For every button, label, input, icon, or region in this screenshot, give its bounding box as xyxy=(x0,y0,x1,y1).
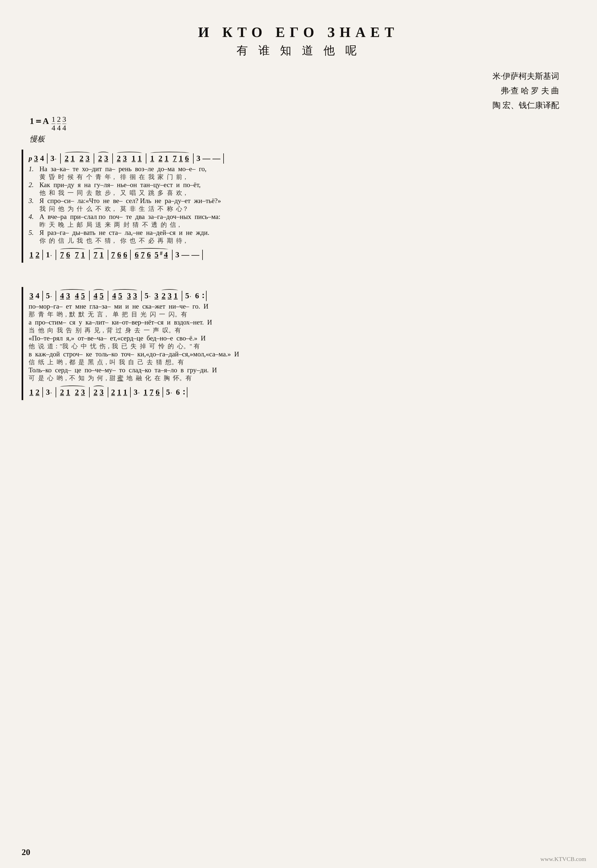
arc-231: 23 11 xyxy=(115,154,144,163)
verse-1-ru: 1. На за–ка– те хо–дит па– рень воз–ле д… xyxy=(29,165,575,173)
dash2: — xyxy=(212,154,221,163)
s2-verse-3-cn: 他 说 道："我 心 中 忧 伤，我 已 失 掉 可 怜 的 心。" 有 xyxy=(29,342,575,350)
arc-23-b: 23 xyxy=(92,388,105,397)
notes-row-1-bottom: 1 2 1· 76 7 1 71 7 6 6 6 76 xyxy=(29,248,575,261)
notes-row-2-bottom: 1 2 3· 21 2 3 23 2 1 1 3· 1 7 xyxy=(29,386,575,398)
meta-line2: 弗·查 哈 罗 夫 曲 xyxy=(22,83,559,98)
barline xyxy=(193,153,194,163)
barline xyxy=(47,153,48,163)
barline xyxy=(130,387,131,398)
barline xyxy=(89,387,90,398)
verse-3-ru: 3. Я спро–си– ла:«Что не ве– сел? Иль не… xyxy=(29,197,575,205)
lyrics-section-2: по–мор–га– ет мне гла–за– ми и не ска–же… xyxy=(29,303,575,382)
s2-verse-5-cn: 可 是 心 哟，不 知 为 何，甜 蜜 地 融 化 在 胸 怀。有 xyxy=(29,374,575,382)
arc-231-2: 231 xyxy=(160,291,180,300)
note-3-long: 3 xyxy=(196,154,201,163)
arc-45: 45 xyxy=(92,291,105,300)
notes-row-1-top: p 3 4 3· 21 2 3 23 23 xyxy=(29,152,575,164)
barline xyxy=(42,387,43,398)
s2-verse-5-ru: Толь–ко серд– це по–че–му– то слад–ко та… xyxy=(29,366,575,374)
arc-71: 71 xyxy=(92,250,105,259)
barline xyxy=(206,291,206,301)
note-3: 3 xyxy=(33,154,39,163)
arc-21-23: 21 2 3 xyxy=(63,154,92,163)
verse-3-cn: 我 问 他 为 什 么 不 欢， 莫 非 生 活 不 称 心？ xyxy=(39,205,575,213)
verse-5-cn: 你 的 信 儿 我 也 不 猜， 你 也 不 必 再 期 待， xyxy=(39,236,575,245)
tempo-marking: 1＝А xyxy=(30,115,49,127)
s2-verse-4-ru: в каж–дой строч– ке толь–ко точ– ки,«до–… xyxy=(29,350,575,358)
barline xyxy=(89,250,90,260)
barline xyxy=(112,153,113,163)
verse-5-ru: 5. Я раз–га– ды–вать не ста– ла,–не на–д… xyxy=(29,229,575,236)
dash1: — xyxy=(202,154,211,163)
time-sig-3: 34 xyxy=(62,115,66,132)
section-1: p 3 4 3· 21 2 3 23 23 xyxy=(22,150,575,263)
s2-verse-1-ru: по–мор–га– ет мне гла–за– ми и не ска–же… xyxy=(29,303,575,310)
time-sig-1: 14 xyxy=(52,115,55,132)
verse-4-ru: 4. А вче–ра при–слал по поч– те два за–г… xyxy=(29,213,575,221)
dynamic-p: p xyxy=(29,154,32,163)
barline xyxy=(56,291,56,301)
arc-4345: 43 4 5 xyxy=(58,291,87,300)
barline xyxy=(108,291,108,301)
verse-2-cn: 他 和 我 一 同 去 散 步， 又 唱 又 跳 多 喜 欢， xyxy=(39,189,575,197)
arc-7671: 76 7 1 xyxy=(58,250,87,259)
arc-23: 23 xyxy=(97,154,110,163)
note-3dot: 3· xyxy=(50,154,55,163)
andante-marking: 慢板 xyxy=(30,134,575,144)
barline xyxy=(163,387,163,398)
page-wrapper: И КТО ЕГО ЗНАЕТ 有 谁 知 道 他 呢 米·伊萨柯夫斯基词 弗·… xyxy=(22,24,575,400)
s2-verse-2-cn: 当 他 向 我 告 别 再 见，背 过 身 去 一 声 叹。有 xyxy=(29,326,575,334)
barline xyxy=(42,250,43,260)
meta-info: 米·伊萨柯夫斯基词 弗·查 哈 罗 夫 曲 陶 宏、钱仁康译配 xyxy=(22,69,575,113)
barline xyxy=(108,387,108,398)
barline xyxy=(56,387,56,398)
notes-row-2-top: 3 4 5· 43 4 5 45 45 33 5· xyxy=(29,289,575,301)
barline xyxy=(108,250,108,260)
barline xyxy=(223,153,224,163)
arc-2123: 21 2 3 xyxy=(58,388,87,397)
s2-verse-4-cn: 信 纸 上 哟，都 是 黑 点，叫 我 自 己 去 猜 想。有 xyxy=(29,358,575,366)
page-title: И КТО ЕГО ЗНАЕТ xyxy=(22,24,575,40)
barline xyxy=(146,153,146,163)
page-subtitle: 有 谁 知 道 他 呢 xyxy=(22,43,575,58)
barline xyxy=(130,250,131,260)
time-sig-2: 24 xyxy=(57,115,61,132)
meta-line1: 米·伊萨柯夫斯基词 xyxy=(22,69,559,83)
note-1: 1 xyxy=(29,250,34,259)
s2-verse-2-ru: а про–стим– ся у ка–лит– ки–от–вер–нёт–с… xyxy=(29,319,575,326)
verse-1-cn: 黄 昏 时 候 有 个 青 年， 徘 徊 在 我 家 门 前， xyxy=(39,173,575,181)
section-2: 3 4 5· 43 4 5 45 45 33 5· xyxy=(22,287,575,400)
section-spacer xyxy=(22,268,575,282)
note-4: 4 xyxy=(39,154,45,163)
arc-121716: 1 21 716 xyxy=(149,154,191,163)
barline xyxy=(94,153,94,163)
barline xyxy=(89,291,90,301)
barline xyxy=(141,291,142,301)
s2-verse-3-ru: «По–те–рял я,» от–ве–ча– ет,«серд–це бед… xyxy=(29,334,575,342)
verse-4-cn: 昨 天 晚 上 邮 局 送 来 两 封 猜 不 透 的 信， xyxy=(39,221,575,229)
barline xyxy=(60,153,61,163)
barline xyxy=(187,387,187,398)
barline xyxy=(42,291,43,301)
s2-verse-1-cn: 那 青 年 哟，默 默 无 言， 单 把 目 光 闪 一 闪。有 xyxy=(29,310,575,319)
barline xyxy=(172,250,172,260)
meta-line3: 陶 宏、钱仁康译配 xyxy=(22,98,559,113)
page-number: 20 xyxy=(22,847,30,857)
barline xyxy=(202,250,203,260)
watermark: www.KTVCB.com xyxy=(540,856,586,863)
lyrics-section-1: 1. На за–ка– те хо–дит па– рень воз–ле д… xyxy=(29,165,575,245)
barline xyxy=(56,250,56,260)
note-2: 2 xyxy=(35,250,40,259)
arc-4533: 45 33 xyxy=(110,291,139,300)
arc-676s54: 6 76 5#4 xyxy=(133,250,170,259)
verse-2-ru: 2. Как при–ду я на гу–ля– нье–он тан–цу–… xyxy=(29,181,575,189)
note-1dot: 1· xyxy=(45,250,51,259)
barline xyxy=(182,291,182,301)
